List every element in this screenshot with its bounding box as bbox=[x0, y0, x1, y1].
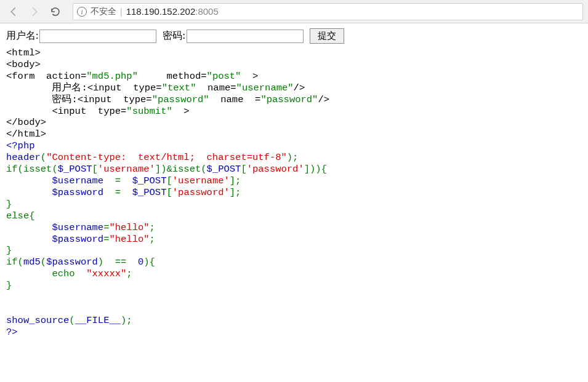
code-text: ( bbox=[41, 257, 46, 268]
code-text: 'password' bbox=[247, 164, 304, 175]
code-text: $username bbox=[52, 175, 115, 186]
code-text: } bbox=[6, 199, 12, 210]
code-text: show_source bbox=[6, 315, 69, 326]
code-text bbox=[6, 187, 52, 198]
browser-toolbar: i 不安全 | 118.190.152.202:8005 bbox=[0, 0, 588, 23]
code-text: /> bbox=[318, 94, 329, 105]
code-text: __FILE__ bbox=[75, 315, 121, 326]
url-host: 118.190.152.202 bbox=[126, 6, 196, 17]
php-open: <?php bbox=[6, 140, 35, 151]
code-text: 'password' bbox=[172, 187, 230, 198]
code-text: <input type= bbox=[6, 106, 126, 117]
code-text: ( bbox=[69, 315, 75, 326]
code-text: "post" bbox=[207, 71, 241, 82]
code-text: 0 bbox=[138, 257, 143, 268]
address-divider: | bbox=[120, 7, 123, 17]
code-text: 密码:<input type= bbox=[6, 94, 152, 105]
reload-icon bbox=[50, 6, 61, 17]
address-bar[interactable]: i 不安全 | 118.190.152.202:8005 bbox=[73, 3, 583, 20]
code-text: 'username' bbox=[98, 164, 155, 175]
code-text: header bbox=[6, 152, 41, 163]
code-text: "md5.php" bbox=[86, 71, 138, 82]
login-form: 用户名: 密码: 提交 bbox=[6, 28, 582, 44]
code-text: "hello" bbox=[109, 222, 149, 233]
code-text bbox=[6, 175, 52, 186]
code-text: "password" bbox=[260, 94, 318, 105]
code-text: [ bbox=[166, 187, 172, 198]
back-button[interactable] bbox=[5, 3, 22, 20]
code-text: </html> bbox=[6, 129, 46, 140]
code-text: $password bbox=[52, 234, 103, 245]
code-text: $password bbox=[46, 257, 98, 268]
password-input[interactable] bbox=[187, 30, 304, 43]
code-text: = bbox=[115, 175, 132, 186]
code-text: "username" bbox=[236, 82, 294, 94]
code-text: $_POST bbox=[132, 175, 167, 186]
code-text: ]; bbox=[230, 175, 241, 186]
security-label: 不安全 bbox=[91, 6, 116, 17]
code-text: = bbox=[115, 187, 132, 198]
arrow-left-icon bbox=[8, 6, 19, 17]
code-text: 用户名:<input type= bbox=[6, 82, 162, 94]
code-text: ) == bbox=[98, 257, 138, 268]
submit-button[interactable]: 提交 bbox=[310, 28, 344, 44]
info-icon: i bbox=[77, 7, 87, 17]
code-text: <body> bbox=[6, 59, 41, 70]
code-text: [ bbox=[92, 164, 98, 175]
reload-button[interactable] bbox=[47, 3, 64, 20]
code-text: <form action= bbox=[6, 71, 86, 82]
code-text: md5 bbox=[23, 257, 41, 268]
code-text: ])&isset( bbox=[155, 164, 207, 175]
code-text bbox=[6, 222, 52, 233]
code-text: > bbox=[241, 71, 258, 82]
code-text: } bbox=[6, 280, 12, 291]
code-text: $password bbox=[52, 187, 115, 198]
source-code: <html> <body> <form action="md5.php" met… bbox=[6, 47, 582, 338]
code-text: "xxxxx" bbox=[86, 268, 126, 279]
code-text: "hello" bbox=[109, 234, 149, 245]
code-text: ; bbox=[150, 234, 155, 245]
code-text: if(isset( bbox=[6, 164, 58, 175]
url-port: :8005 bbox=[195, 6, 219, 17]
php-close: ?> bbox=[6, 327, 18, 338]
code-text: ); bbox=[121, 315, 132, 326]
code-text: ; bbox=[150, 222, 155, 233]
code-text: "Content-type: text/html; charset=utf-8" bbox=[46, 152, 287, 163]
code-text: <html> bbox=[6, 47, 41, 58]
code-text: $_POST bbox=[207, 164, 241, 175]
code-text: ); bbox=[287, 152, 299, 163]
code-text bbox=[6, 234, 52, 245]
code-text: </body> bbox=[6, 117, 46, 128]
code-text: ){ bbox=[143, 257, 155, 268]
code-text: [ bbox=[241, 164, 246, 175]
code-text: } bbox=[6, 245, 12, 256]
code-text: ( bbox=[41, 152, 46, 163]
code-text: name = bbox=[209, 94, 261, 105]
arrow-right-icon bbox=[29, 6, 40, 17]
code-text: else{ bbox=[6, 210, 35, 221]
code-text: "text" bbox=[162, 82, 196, 94]
code-text: 'username' bbox=[172, 175, 230, 186]
code-text: method= bbox=[138, 71, 207, 82]
code-text: ; bbox=[126, 268, 132, 279]
code-text: $_POST bbox=[58, 164, 92, 175]
code-text: $username bbox=[52, 222, 103, 233]
code-text: echo bbox=[6, 268, 86, 279]
code-text: ]; bbox=[230, 187, 241, 198]
code-text: [ bbox=[166, 175, 172, 186]
url-text: 118.190.152.202:8005 bbox=[126, 6, 219, 17]
code-text: ])){ bbox=[304, 164, 327, 175]
username-input[interactable] bbox=[39, 30, 156, 43]
code-text: > bbox=[172, 106, 190, 117]
page-content: 用户名: 密码: 提交 <html> <body> <form action="… bbox=[0, 23, 588, 343]
code-text: $_POST bbox=[132, 187, 167, 198]
code-text: "password" bbox=[152, 94, 209, 105]
password-label: 密码: bbox=[163, 30, 185, 42]
code-text: "submit" bbox=[126, 106, 172, 117]
code-text: /> bbox=[294, 82, 305, 94]
forward-button[interactable] bbox=[26, 3, 43, 20]
code-text: if( bbox=[6, 257, 23, 268]
code-text: name= bbox=[196, 82, 236, 94]
username-label: 用户名: bbox=[6, 30, 38, 42]
